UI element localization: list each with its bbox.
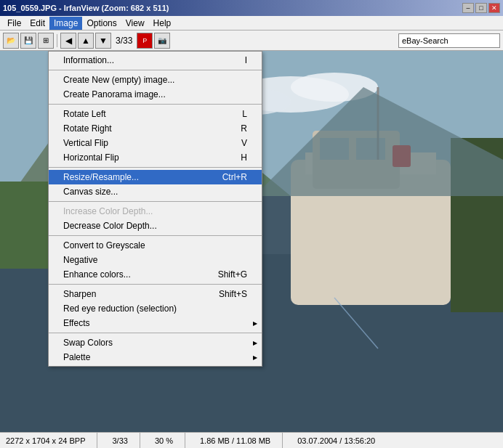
toolbar-thumb-btn[interactable]: ⊞ [38, 33, 54, 49]
menu-horizontal-flip-shortcut: H [241, 152, 247, 163]
menu-resize-resample-label: Resize/Resample... [63, 172, 215, 182]
menu-effects[interactable]: Effects [49, 316, 262, 330]
ebay-search-btn[interactable]: eBay-Search [398, 33, 500, 48]
menu-information[interactable]: Information... I [49, 53, 262, 68]
ebay-search-label: eBay-Search [402, 36, 448, 45]
menu-resize-resample-shortcut: Ctrl+R [222, 172, 247, 182]
toolbar-cam-btn[interactable]: 📷 [154, 33, 170, 49]
window-title: 105_0559.JPG - IrfanView (Zoom: 682 x 51… [3, 4, 169, 12]
menu-divider-2 [49, 104, 262, 105]
menu-rotate-left-label: Rotate Left [63, 109, 235, 119]
menu-divider-3 [49, 167, 262, 168]
menu-sharpen[interactable]: Sharpen Shift+S [49, 287, 262, 301]
close-button[interactable]: ✕ [488, 3, 500, 13]
menu-divider-5 [49, 235, 262, 236]
menu-canvas-size-label: Canvas size... [63, 187, 247, 197]
menu-information-label: Information... [63, 55, 238, 65]
menu-decrease-color-depth[interactable]: Decrease Color Depth... [49, 219, 262, 233]
menu-rotate-right-shortcut: R [241, 123, 247, 134]
menu-palette[interactable]: Palette [49, 350, 262, 364]
menu-enhance-colors[interactable]: Enhance colors... Shift+G [49, 267, 262, 282]
menu-increase-color-depth-label: Increase Color Depth... [63, 206, 247, 216]
menu-create-new[interactable]: Create New (empty) image... [49, 73, 262, 87]
menu-rotate-left[interactable]: Rotate Left L [49, 107, 262, 121]
menu-palette-label: Palette [63, 352, 247, 362]
menu-information-shortcut: I [245, 55, 247, 65]
menu-enhance-colors-label: Enhance colors... [63, 269, 211, 280]
toolbar-flag-btn[interactable]: P [137, 33, 153, 49]
menu-rotate-left-shortcut: L [242, 109, 247, 119]
menu-sharpen-shortcut: Shift+S [219, 289, 247, 299]
menu-bar: File Edit Image Options View Help [0, 16, 503, 30]
menu-divider-7 [49, 333, 262, 333]
title-bar: 105_0559.JPG - IrfanView (Zoom: 682 x 51… [0, 0, 503, 16]
menu-effects-label: Effects [63, 318, 247, 328]
main-image-area: Information... I Create New (empty) imag… [0, 51, 503, 432]
maximize-button[interactable]: □ [475, 3, 487, 13]
status-position: 3/33 [112, 433, 140, 448]
nav-up-btn[interactable]: ▲ [78, 33, 94, 49]
menu-create-panorama-label: Create Panorama image... [63, 89, 247, 99]
menu-divider-1 [49, 70, 262, 70]
toolbar: 📂 💾 ⊞ ◀ ▲ ▼ 3/33 P 📷 eBay-Search [0, 30, 503, 51]
menu-negative-label: Negative [63, 255, 247, 265]
menu-canvas-size[interactable]: Canvas size... [49, 184, 262, 199]
menu-rotate-right-label: Rotate Right [63, 123, 233, 134]
status-zoom: 30 % [155, 433, 185, 448]
nav-down-btn[interactable]: ▼ [95, 33, 111, 49]
toolbar-open-btn[interactable]: 📂 [3, 33, 19, 49]
menu-file[interactable]: File [3, 17, 25, 30]
menu-sharpen-label: Sharpen [63, 289, 212, 299]
menu-increase-color-depth: Increase Color Depth... [49, 204, 262, 219]
menu-divider-6 [49, 284, 262, 285]
menu-convert-greyscale-label: Convert to Greyscale [63, 240, 247, 251]
menu-image[interactable]: Image [49, 17, 82, 30]
menu-rotate-right[interactable]: Rotate Right R [49, 121, 262, 136]
menu-swap-colors[interactable]: Swap Colors [49, 335, 262, 350]
status-filesize: 1.86 MB / 11.08 MB [200, 433, 283, 448]
menu-vertical-flip-label: Vertical Flip [63, 138, 234, 148]
menu-red-eye-label: Red eye reduction (selection) [63, 304, 247, 314]
minimize-button[interactable]: – [462, 3, 474, 13]
menu-red-eye[interactable]: Red eye reduction (selection) [49, 301, 262, 316]
menu-horizontal-flip-label: Horizontal Flip [63, 152, 233, 163]
menu-vertical-flip-shortcut: V [241, 138, 247, 148]
status-dimensions: 2272 x 1704 x 24 BPP [6, 433, 97, 448]
image-dropdown-menu: Information... I Create New (empty) imag… [48, 51, 262, 367]
nav-prev-btn[interactable]: ◀ [60, 33, 76, 49]
menu-create-panorama[interactable]: Create Panorama image... [49, 87, 262, 102]
window-controls: – □ ✕ [462, 3, 500, 13]
toolbar-save-btn[interactable]: 💾 [20, 33, 36, 49]
toolbar-sep-1 [57, 34, 57, 47]
menu-enhance-colors-shortcut: Shift+G [218, 269, 247, 280]
menu-help[interactable]: Help [149, 17, 176, 30]
menu-divider-4 [49, 201, 262, 202]
menu-convert-greyscale[interactable]: Convert to Greyscale [49, 238, 262, 253]
menu-horizontal-flip[interactable]: Horizontal Flip H [49, 150, 262, 165]
menu-create-new-label: Create New (empty) image... [63, 75, 247, 85]
menu-resize-resample[interactable]: Resize/Resample... Ctrl+R [49, 170, 262, 184]
menu-view[interactable]: View [121, 17, 149, 30]
menu-negative[interactable]: Negative [49, 253, 262, 267]
menu-decrease-color-depth-label: Decrease Color Depth... [63, 221, 247, 231]
menu-options[interactable]: Options [82, 17, 121, 30]
menu-vertical-flip[interactable]: Vertical Flip V [49, 136, 262, 150]
nav-counter: 3/33 [116, 36, 132, 46]
menu-swap-colors-label: Swap Colors [63, 338, 247, 348]
status-bar: 2272 x 1704 x 24 BPP 3/33 30 % 1.86 MB /… [0, 432, 503, 448]
status-datetime: 03.07.2004 / 13:56:20 [297, 433, 387, 448]
menu-edit[interactable]: Edit [25, 17, 49, 30]
